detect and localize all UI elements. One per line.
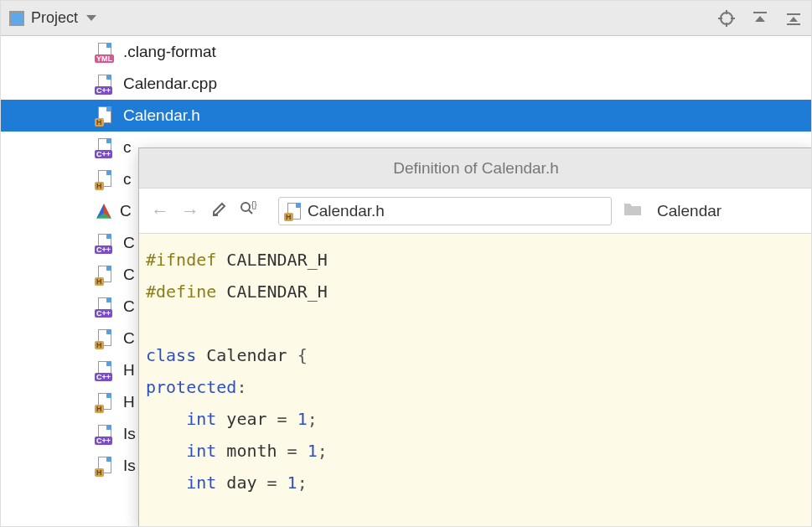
file-name-label: C — [123, 234, 135, 252]
svg-point-14 — [241, 203, 250, 211]
file-name-label: C — [123, 297, 135, 316]
file-path-text: Calendar.h — [308, 202, 385, 220]
forward-arrow-icon[interactable]: → — [181, 200, 199, 222]
folder-icon — [623, 201, 642, 220]
file-name-label: c — [123, 170, 132, 189]
edit-icon[interactable] — [211, 200, 228, 221]
h-file-icon: H — [95, 457, 116, 475]
h-file-icon: H — [284, 203, 304, 220]
file-name-label: c — [123, 138, 132, 157]
yml-file-icon: YML — [95, 43, 116, 61]
breadcrumb-text[interactable]: Calendar — [657, 202, 721, 220]
h-file-icon: H — [95, 393, 116, 411]
cpp-file-icon: C++ — [95, 361, 116, 380]
file-name-label: C — [123, 266, 135, 284]
file-name-label: .clang-format — [123, 43, 216, 61]
svg-text:{}: {} — [251, 200, 257, 209]
code-view[interactable]: #ifndef CALENDAR_H #define CALENDAR_H cl… — [139, 234, 812, 527]
locate-icon[interactable] — [717, 9, 736, 28]
file-item[interactable]: YML.clang-format — [1, 36, 811, 68]
svg-marker-6 — [755, 16, 765, 22]
file-name-label: C — [123, 329, 135, 348]
file-name-label: Is — [123, 425, 136, 443]
cpp-file-icon: C++ — [95, 234, 116, 252]
project-title[interactable]: Project — [31, 9, 78, 27]
file-item[interactable]: C++Calendar.cpp — [1, 68, 811, 100]
popup-toolbar: ← → {} H Calendar.h Calendar — [139, 189, 812, 234]
dropdown-chevron-icon[interactable] — [86, 15, 96, 21]
project-view-icon — [9, 11, 24, 26]
file-name-label: Calendar.h — [123, 106, 200, 125]
svg-line-15 — [249, 210, 252, 214]
h-file-icon: H — [95, 170, 116, 189]
cmake-icon — [95, 202, 113, 220]
collapse-all-icon[interactable] — [751, 9, 769, 28]
cpp-file-icon: C++ — [95, 138, 116, 157]
h-file-icon: H — [95, 266, 116, 284]
file-name-label: H — [123, 393, 135, 411]
popup-title: Definition of Calendar.h — [139, 148, 812, 189]
back-arrow-icon[interactable]: ← — [151, 200, 169, 222]
project-toolbar: Project — [1, 1, 811, 36]
svg-marker-8 — [789, 17, 798, 22]
h-file-icon: H — [95, 329, 116, 348]
file-name-label: C — [120, 202, 132, 220]
svg-point-0 — [721, 13, 732, 24]
settings-icon[interactable] — [784, 9, 803, 28]
find-icon[interactable]: {} — [240, 200, 258, 221]
file-item[interactable]: HCalendar.h — [1, 100, 811, 132]
h-file-icon: H — [95, 106, 116, 125]
definition-popup: Definition of Calendar.h ← → {} H Calend… — [138, 147, 812, 527]
file-path-field[interactable]: H Calendar.h — [278, 197, 612, 225]
file-name-label: Calendar.cpp — [123, 75, 217, 93]
cpp-file-icon: C++ — [95, 75, 116, 93]
cpp-file-icon: C++ — [95, 297, 116, 316]
file-name-label: H — [123, 361, 135, 380]
cpp-file-icon: C++ — [95, 425, 116, 443]
file-name-label: Is — [123, 457, 136, 475]
